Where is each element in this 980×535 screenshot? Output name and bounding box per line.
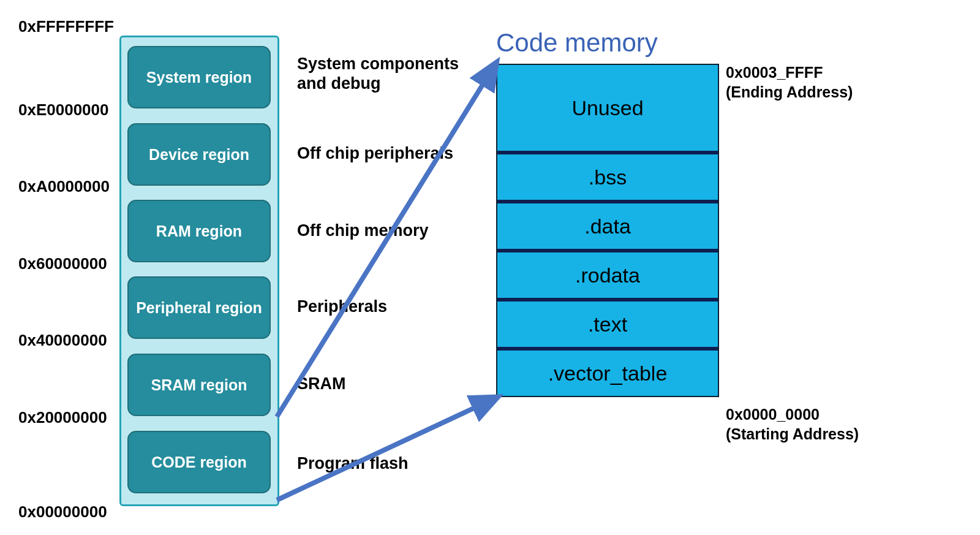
starting-address-label: (Starting Address) [726, 425, 859, 442]
addr-00000000: 0x00000000 [18, 503, 107, 522]
arrow-bottom-icon [277, 398, 495, 500]
region-peripheral: Peripheral region [127, 276, 271, 339]
addr-e0000000: 0xE0000000 [18, 101, 108, 120]
addr-ffffffff: 0xFFFFFFFF [18, 17, 114, 36]
desc-system-l2: and debug [297, 74, 381, 93]
ending-address-value: 0x0003_FFFF [726, 64, 823, 81]
region-code: CODE region [127, 431, 271, 493]
ending-address-label: (Ending Address) [726, 83, 853, 101]
seg-text: .text [497, 298, 718, 347]
seg-unused: Unused [497, 65, 718, 151]
arrow-top-icon [277, 65, 495, 417]
desc-sram: SRAM [297, 374, 346, 393]
desc-device: Off chip peripherals [297, 143, 453, 163]
seg-data: .data [497, 200, 718, 249]
starting-address-value: 0x0000_0000 [726, 406, 820, 423]
addr-a0000000: 0xA0000000 [18, 177, 110, 196]
code-memory-block: Unused .bss .data .rodata .text .vector_… [496, 64, 719, 397]
diagram-stage: 0xFFFFFFFF 0xE0000000 0xA0000000 0x60000… [0, 0, 980, 535]
addr-40000000: 0x40000000 [18, 331, 107, 350]
seg-rodata: .rodata [497, 249, 718, 298]
desc-system: System components and debug [297, 54, 459, 93]
addr-60000000: 0x60000000 [18, 254, 107, 273]
region-system: System region [127, 46, 271, 108]
memory-map-container: System region Device region RAM region P… [119, 36, 279, 506]
code-memory-heading: Code memory [496, 28, 658, 58]
seg-bss: .bss [497, 151, 718, 200]
desc-peripheral: Peripherals [297, 297, 387, 316]
starting-address: 0x0000_0000 (Starting Address) [726, 404, 859, 444]
desc-code: Program flash [297, 453, 409, 473]
desc-system-l1: System components [297, 55, 459, 73]
ending-address: 0x0003_FFFF (Ending Address) [726, 63, 853, 102]
desc-ram: Off chip memory [297, 221, 429, 240]
seg-vector-table: .vector_table [497, 347, 718, 396]
region-sram: SRAM region [127, 354, 271, 416]
region-ram: RAM region [127, 200, 271, 262]
addr-20000000: 0x20000000 [18, 408, 107, 427]
region-device: Device region [127, 123, 271, 186]
